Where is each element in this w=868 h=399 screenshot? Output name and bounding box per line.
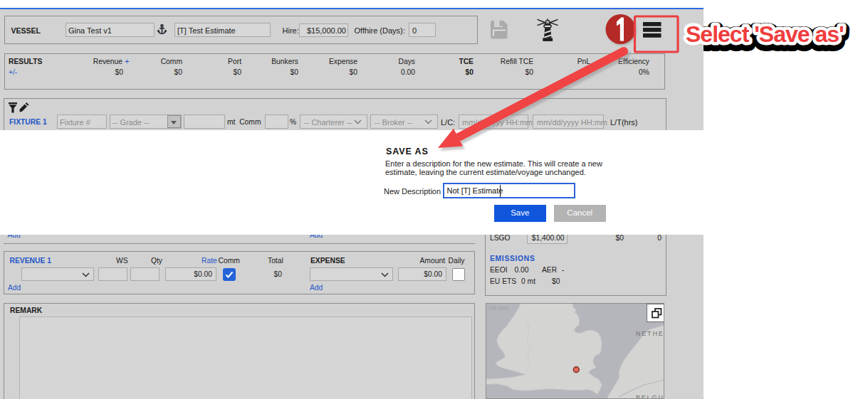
svg-text:Select 'Save as': Select 'Save as'	[686, 21, 844, 47]
